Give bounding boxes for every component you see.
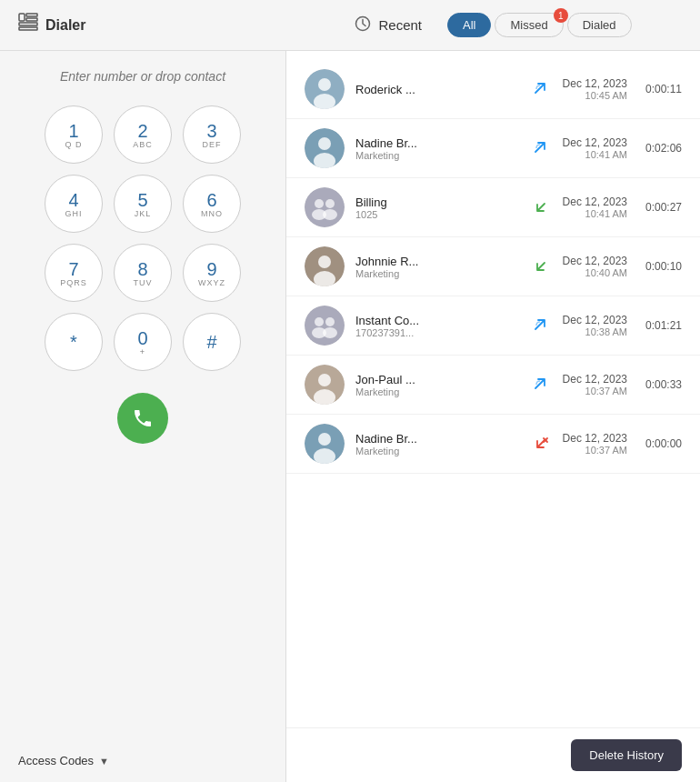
contact-sub: Marketing	[355, 268, 519, 279]
svg-point-7	[318, 78, 331, 91]
call-time: 10:40 AM	[563, 267, 627, 278]
call-meta: Dec 12, 2023 10:40 AM	[563, 255, 627, 278]
call-duration: 0:02:06	[638, 142, 682, 155]
key-1[interactable]: 1Q D	[45, 105, 103, 164]
call-duration: 0:01:21	[638, 319, 682, 332]
app-title: Dialer	[45, 17, 85, 34]
call-meta: Dec 12, 2023 10:37 AM	[563, 432, 627, 456]
key-9[interactable]: 9WXYZ	[183, 244, 241, 302]
call-date: Dec 12, 2023	[563, 77, 627, 90]
svg-point-12	[305, 187, 345, 227]
svg-point-15	[325, 199, 335, 208]
calls-list: Roderick ... Dec 12, 2023 10:45 AM 0:00:…	[286, 51, 700, 727]
key-7[interactable]: 7PQRS	[45, 244, 103, 302]
contact-info: Billing 1025	[355, 196, 519, 220]
tab-dialed[interactable]: Dialed	[567, 13, 632, 37]
call-date: Dec 12, 2023	[563, 196, 627, 208]
contact-info: Roderick ...	[355, 83, 519, 96]
key-3[interactable]: 3DEF	[183, 105, 241, 164]
call-time: 10:38 AM	[563, 326, 627, 337]
key-*[interactable]: *	[45, 313, 103, 371]
call-date: Dec 12, 2023	[563, 255, 627, 267]
svg-rect-3	[19, 23, 37, 25]
call-duration: 0:00:27	[638, 201, 682, 214]
call-item[interactable]: Nadine Br... Marketing Dec 12, 2023 10:4…	[286, 119, 700, 178]
header-left: Dialer	[18, 13, 305, 37]
svg-point-23	[325, 317, 335, 326]
key-5[interactable]: 5JKL	[114, 175, 172, 233]
call-direction-icon	[530, 137, 552, 159]
avatar	[305, 365, 345, 405]
main-content: 1Q D2ABC3DEF4GHI5JKL6MNO7PQRS8TUV9WXYZ*0…	[0, 51, 700, 782]
contact-sub: 1025	[355, 209, 519, 220]
call-filter-tabs: All Missed 1 Dialed	[447, 13, 632, 37]
contact-name: Johnnie R...	[355, 255, 519, 268]
svg-point-16	[323, 209, 337, 220]
call-date: Dec 12, 2023	[563, 314, 627, 326]
svg-point-26	[318, 374, 331, 386]
contact-info: Jon-Paul ... Marketing	[355, 373, 519, 397]
call-date: Dec 12, 2023	[563, 136, 627, 149]
call-item[interactable]: Jon-Paul ... Marketing Dec 12, 2023 10:3…	[286, 356, 700, 415]
recent-footer: Delete History	[286, 727, 700, 782]
svg-point-18	[318, 256, 331, 268]
avatar	[305, 128, 345, 168]
contact-name: Instant Co...	[355, 314, 519, 327]
call-meta: Dec 12, 2023 10:41 AM	[563, 196, 627, 219]
call-date: Dec 12, 2023	[563, 373, 627, 386]
call-time: 10:41 AM	[563, 208, 627, 219]
call-item[interactable]: Roderick ... Dec 12, 2023 10:45 AM 0:00:…	[286, 60, 700, 119]
call-item[interactable]: Nadine Br... Marketing Dec 12, 2023 10:3…	[286, 415, 700, 474]
key-4[interactable]: 4GHI	[45, 175, 103, 233]
access-codes-dropdown-icon[interactable]: ▼	[99, 756, 109, 767]
contact-sub: Marketing	[355, 150, 519, 161]
key-8[interactable]: 8TUV	[114, 244, 172, 302]
call-meta: Dec 12, 2023 10:38 AM	[563, 314, 627, 337]
number-input[interactable]	[43, 69, 243, 84]
key-0[interactable]: 0+	[114, 313, 172, 371]
svg-point-13	[315, 199, 324, 208]
contact-name: Jon-Paul ...	[355, 373, 519, 386]
svg-rect-2	[26, 18, 37, 21]
dialer-icon	[18, 13, 38, 37]
contact-info: Instant Co... 170237391...	[355, 314, 519, 338]
contact-name: Billing	[355, 196, 519, 209]
avatar	[305, 246, 345, 286]
call-meta: Dec 12, 2023 10:45 AM	[563, 77, 627, 101]
key-#[interactable]: #	[183, 313, 241, 371]
call-duration: 0:00:00	[638, 437, 682, 450]
call-direction-icon	[530, 196, 552, 218]
contact-info: Johnnie R... Marketing	[355, 255, 519, 279]
call-duration: 0:00:33	[638, 378, 682, 391]
call-time: 10:41 AM	[563, 149, 627, 160]
svg-point-24	[323, 327, 337, 338]
call-direction-icon	[530, 78, 552, 100]
key-6[interactable]: 6MNO	[183, 175, 241, 233]
recent-icon	[355, 15, 371, 35]
call-direction-icon	[530, 315, 552, 336]
call-item[interactable]: Instant Co... 170237391... Dec 12, 2023 …	[286, 296, 700, 356]
tab-missed[interactable]: Missed 1	[495, 13, 563, 37]
call-date: Dec 12, 2023	[563, 432, 627, 445]
svg-point-21	[315, 317, 324, 326]
call-time: 10:37 AM	[563, 445, 627, 456]
access-codes-label[interactable]: Access Codes	[18, 754, 94, 767]
call-direction-icon	[530, 256, 552, 277]
call-button[interactable]	[117, 393, 168, 444]
svg-point-29	[318, 433, 331, 446]
call-duration: 0:00:10	[638, 260, 682, 273]
call-direction-icon	[530, 374, 552, 396]
key-2[interactable]: 2ABC	[114, 105, 172, 164]
call-item[interactable]: Billing 1025 Dec 12, 2023 10:41 AM 0:00:…	[286, 178, 700, 237]
recent-label: Recent	[378, 17, 422, 33]
delete-history-button[interactable]: Delete History	[571, 739, 682, 771]
call-meta: Dec 12, 2023 10:37 AM	[563, 373, 627, 396]
call-item[interactable]: Johnnie R... Marketing Dec 12, 2023 10:4…	[286, 237, 700, 296]
contact-name: Roderick ...	[355, 83, 519, 96]
tab-all[interactable]: All	[447, 13, 491, 37]
contact-name: Nadine Br...	[355, 432, 519, 446]
svg-rect-0	[19, 14, 25, 21]
contact-name: Nadine Br...	[355, 136, 519, 150]
contact-info: Nadine Br... Marketing	[355, 136, 519, 161]
keypad: 1Q D2ABC3DEF4GHI5JKL6MNO7PQRS8TUV9WXYZ*0…	[45, 105, 241, 371]
